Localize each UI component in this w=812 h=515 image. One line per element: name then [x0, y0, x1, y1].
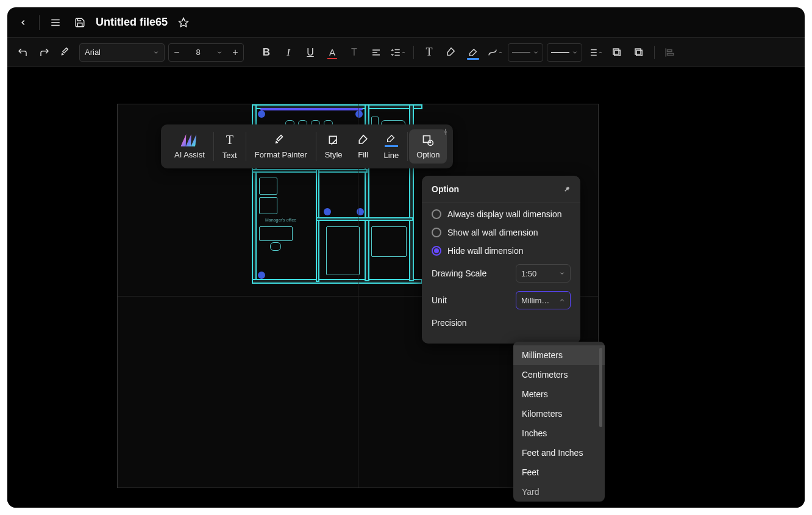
unit-option-feet-inches[interactable]: Feet and Inches — [513, 443, 605, 463]
pin-icon[interactable] — [442, 128, 449, 135]
file-title-text: Untitled file65 — [96, 16, 168, 29]
text-button[interactable]: T Text — [215, 129, 244, 164]
unit-label: Unit — [432, 295, 447, 305]
radio-show-all[interactable]: Show all wall dimension — [432, 228, 571, 237]
line-button[interactable]: Line — [377, 129, 407, 164]
line-icon — [385, 134, 398, 147]
ai-assist-icon — [180, 134, 198, 146]
font-color-button[interactable]: A — [323, 43, 341, 62]
text-icon: T — [226, 133, 233, 147]
fill-icon — [357, 134, 369, 146]
separator — [39, 15, 40, 30]
font-family-value: Arial — [85, 48, 101, 57]
style-button[interactable]: Style — [318, 129, 350, 164]
svg-rect-20 — [668, 53, 674, 55]
undo-button[interactable] — [13, 43, 32, 62]
svg-rect-14 — [614, 50, 620, 56]
option-button[interactable]: Option — [409, 129, 447, 164]
list-button[interactable] — [586, 43, 604, 62]
unit-option-yard[interactable]: Yard — [513, 482, 605, 498]
scale-label: Drawing Scale — [432, 268, 486, 278]
font-size-stepper: − 8 + — [168, 43, 244, 62]
style-icon — [327, 134, 340, 146]
align-button[interactable] — [367, 43, 385, 62]
format-toolbar: Arial − 8 + B I U A T T — [7, 38, 805, 67]
menu-button[interactable] — [47, 14, 64, 31]
unit-option-feet[interactable]: Feet — [513, 463, 605, 482]
pin-panel-icon[interactable] — [563, 185, 571, 193]
gear-icon — [422, 134, 434, 146]
room-label-manager: Manager's office — [265, 218, 296, 222]
line-style-select[interactable] — [508, 43, 543, 62]
file-title: Untitled file65 — [96, 16, 168, 29]
back-button[interactable] — [15, 14, 32, 31]
unit-dropdown: Millimeters Centimeters Meters Kilometer… — [513, 342, 605, 502]
line-color-button[interactable] — [464, 43, 482, 62]
font-family-select[interactable]: Arial — [79, 43, 165, 62]
canvas-area[interactable]: Meeting room Manager's office — [7, 67, 805, 508]
radio-hide[interactable]: Hide wall dimension — [432, 246, 571, 256]
svg-rect-19 — [668, 49, 672, 51]
strikethrough-button[interactable]: T — [345, 43, 363, 62]
brush-icon — [275, 134, 287, 146]
unit-option-meters[interactable]: Meters — [513, 384, 605, 404]
redo-button[interactable] — [35, 43, 54, 62]
italic-button[interactable]: I — [279, 43, 297, 62]
line-weight-select[interactable] — [547, 43, 582, 62]
unit-option-kilometers[interactable]: Kilometers — [513, 404, 605, 423]
unit-option-centimeters[interactable]: Centimeters — [513, 365, 605, 384]
option-panel: Option Always display wall dimension Sho… — [422, 176, 580, 344]
title-bar: Untitled file65 — [7, 7, 805, 38]
format-painter-button[interactable]: Format Painter — [248, 129, 315, 164]
svg-rect-17 — [636, 50, 642, 56]
svg-marker-3 — [179, 18, 188, 26]
selection-highlight — [260, 108, 363, 110]
layer-front-button[interactable] — [630, 43, 648, 62]
connector-button[interactable] — [486, 43, 504, 62]
precision-label: Precision — [432, 318, 467, 328]
unit-option-millimeters[interactable]: Millimeters — [513, 345, 605, 365]
size-dropdown[interactable] — [212, 44, 227, 61]
bold-button[interactable]: B — [257, 43, 276, 62]
unit-select[interactable]: Millim… — [516, 291, 571, 309]
scrollbar[interactable] — [599, 348, 602, 427]
ai-assist-button[interactable]: AI Assist — [167, 129, 212, 164]
fill-color-button[interactable] — [442, 43, 460, 62]
save-icon[interactable] — [71, 14, 88, 31]
format-painter-icon[interactable] — [57, 43, 76, 62]
app-window: Untitled file65 Arial − 8 + B I U A T T — [7, 7, 805, 508]
radio-icon — [432, 209, 441, 219]
align-objects-button[interactable] — [661, 43, 679, 62]
star-button[interactable] — [175, 14, 192, 31]
scale-select[interactable]: 1:50 — [516, 264, 571, 283]
svg-rect-16 — [635, 49, 641, 54]
context-toolbar: AI Assist T Text Format Painter Style Fi… — [161, 124, 453, 168]
radio-always-display[interactable]: Always display wall dimension — [432, 209, 571, 219]
underline-button[interactable]: U — [301, 43, 319, 62]
radio-icon — [432, 246, 441, 256]
svg-rect-15 — [613, 49, 619, 54]
line-spacing-button[interactable] — [389, 43, 407, 62]
layer-back-button[interactable] — [608, 43, 626, 62]
size-increase[interactable]: + — [227, 44, 243, 61]
font-size-value[interactable]: 8 — [185, 48, 212, 57]
text-tool-button[interactable]: T — [420, 43, 438, 62]
option-panel-title: Option — [432, 184, 459, 194]
radio-icon — [432, 228, 441, 237]
fill-button[interactable]: Fill — [350, 129, 377, 164]
unit-option-inches[interactable]: Inches — [513, 423, 605, 443]
size-decrease[interactable]: − — [169, 44, 185, 61]
